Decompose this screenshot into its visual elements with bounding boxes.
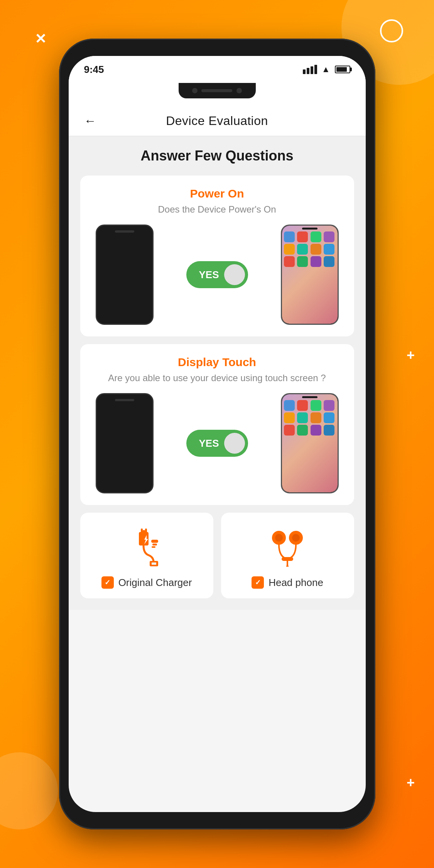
- phone-frame: 9:45 ▲ ←: [59, 39, 375, 829]
- phone-screen: 9:45 ▲ ←: [69, 56, 366, 812]
- headphone-icon: [264, 524, 311, 571]
- page-title: Device Evaluation: [166, 114, 268, 128]
- headphone-checkbox[interactable]: ✓: [252, 576, 264, 589]
- headphone-check-row: ✓ Head phone: [252, 576, 323, 589]
- app-icon: [324, 256, 334, 267]
- earpiece: [201, 89, 232, 92]
- signal-bar-2: [307, 68, 309, 74]
- bg-circle-bottom: [0, 752, 58, 829]
- display-touch-desc: Are you able to use your device using to…: [88, 373, 346, 383]
- app-icon: [284, 231, 295, 242]
- charger-svg: [127, 528, 166, 567]
- app-icons-grid: [284, 231, 336, 267]
- status-bar: 9:45 ▲: [69, 56, 366, 83]
- svg-rect-2: [141, 529, 143, 533]
- app-icon: [284, 244, 295, 255]
- display-toggle[interactable]: YES: [186, 430, 248, 457]
- charger-check-row: ✓ Original Charger: [101, 576, 192, 589]
- app-icon: [311, 412, 321, 423]
- charger-card[interactable]: ✓ Original Charger: [80, 513, 213, 598]
- app-icon: [324, 244, 334, 255]
- app-icon: [311, 425, 321, 436]
- headphone-svg: [268, 528, 307, 567]
- power-on-label: Power On: [88, 187, 346, 200]
- plus-icon-2: +: [407, 775, 415, 791]
- power-toggle[interactable]: YES: [186, 261, 248, 288]
- app-header: ← Device Evaluation: [69, 106, 366, 136]
- display-touch-label: Display Touch: [88, 356, 346, 369]
- section-title: Answer Few Questions: [80, 148, 354, 164]
- app-icon: [311, 400, 321, 411]
- app-icon: [311, 231, 321, 242]
- power-toggle-row: YES: [88, 225, 346, 325]
- toggle-knob: [224, 264, 245, 285]
- app-icon: [297, 256, 308, 267]
- signal-bar-1: [303, 69, 306, 74]
- accessories-row: ✓ Original Charger: [80, 513, 354, 598]
- power-on-desc: Does the Device Power's On: [88, 204, 346, 215]
- toggle-knob-2: [224, 433, 245, 454]
- svg-rect-8: [152, 544, 157, 545]
- close-icon[interactable]: ✕: [35, 31, 46, 47]
- phone-off-mockup: [96, 225, 154, 325]
- display-toggle-label: YES: [194, 437, 224, 449]
- charger-icon: [123, 524, 170, 571]
- svg-rect-5: [152, 562, 156, 565]
- app-icon: [324, 231, 334, 242]
- app-icon: [284, 425, 295, 436]
- battery-icon: [335, 66, 350, 73]
- front-camera: [192, 88, 198, 93]
- app-icons-grid-2: [284, 400, 336, 436]
- power-toggle-label: YES: [194, 269, 224, 281]
- signal-bar-3: [311, 66, 313, 74]
- app-icon: [297, 425, 308, 436]
- app-icon: [284, 412, 295, 423]
- app-icon: [324, 400, 334, 411]
- phone-on-mockup-2: [281, 393, 339, 493]
- sensor: [236, 88, 242, 93]
- status-icons: ▲: [303, 64, 350, 74]
- svg-rect-1: [143, 530, 145, 534]
- signal-bars: [303, 65, 317, 74]
- status-time: 9:45: [84, 64, 104, 76]
- plus-icon-1: +: [407, 347, 415, 363]
- battery-fill: [336, 67, 347, 72]
- svg-rect-9: [152, 546, 155, 548]
- main-content: Answer Few Questions Power On Does the D…: [69, 136, 366, 610]
- app-icon: [297, 244, 308, 255]
- notch: [179, 83, 256, 98]
- svg-rect-7: [151, 540, 158, 543]
- app-icon: [311, 244, 321, 255]
- svg-point-13: [292, 534, 300, 542]
- svg-point-16: [286, 565, 289, 567]
- charger-checkbox[interactable]: ✓: [101, 576, 114, 589]
- app-icon: [297, 412, 308, 423]
- app-icon: [284, 400, 295, 411]
- app-icon: [284, 256, 295, 267]
- display-toggle-row: YES: [88, 393, 346, 493]
- svg-rect-3: [145, 529, 147, 533]
- notch-area: [69, 83, 366, 106]
- svg-rect-0: [139, 532, 149, 545]
- svg-point-11: [275, 534, 283, 542]
- app-icon: [297, 400, 308, 411]
- phone-screen-on: [282, 226, 338, 324]
- charger-label: Original Charger: [118, 577, 192, 589]
- phone-screen-on-2: [282, 394, 338, 492]
- app-icon: [311, 256, 321, 267]
- power-on-section: Power On Does the Device Power's On YES: [80, 176, 354, 336]
- headphone-card[interactable]: ✓ Head phone: [221, 513, 354, 598]
- phone-on-mockup: [281, 225, 339, 325]
- app-icon: [297, 231, 308, 242]
- app-icon: [324, 412, 334, 423]
- circle-decoration: [380, 19, 403, 42]
- headphone-label: Head phone: [269, 577, 323, 589]
- back-button[interactable]: ←: [84, 114, 96, 128]
- phone-off-mockup-2: [96, 393, 154, 493]
- signal-bar-4: [314, 65, 317, 74]
- app-icon: [324, 425, 334, 436]
- display-touch-section: Display Touch Are you able to use your d…: [80, 344, 354, 505]
- wifi-icon: ▲: [322, 64, 330, 74]
